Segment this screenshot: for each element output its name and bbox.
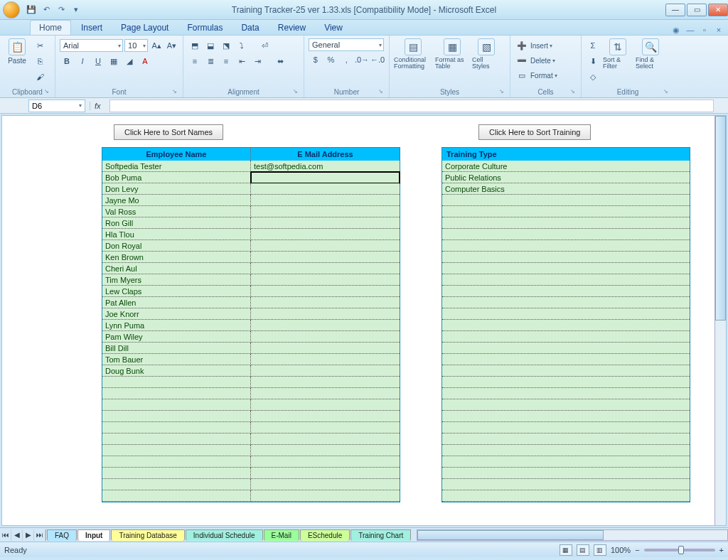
- email-cell[interactable]: [251, 445, 400, 456]
- vertical-scrollbar-thumb[interactable]: [715, 116, 726, 321]
- email-cell[interactable]: [251, 206, 400, 217]
- formula-input[interactable]: [109, 99, 714, 112]
- insert-cells-icon[interactable]: ➕: [515, 38, 529, 53]
- employee-name-cell[interactable]: Bill Dill: [102, 343, 251, 354]
- email-cell[interactable]: [251, 422, 400, 434]
- sheet-tab-email[interactable]: E-Mail: [264, 529, 299, 541]
- zoom-out-icon[interactable]: −: [635, 546, 639, 554]
- tab-view[interactable]: View: [316, 21, 351, 35]
- email-cell[interactable]: [251, 297, 400, 308]
- employee-name-cell[interactable]: Pam Wiley: [102, 331, 251, 343]
- email-cell[interactable]: [251, 456, 400, 468]
- format-cells-label[interactable]: Format: [530, 72, 553, 80]
- training-type-cell[interactable]: Computer Basics: [442, 183, 690, 195]
- email-cell[interactable]: [251, 172, 400, 183]
- training-type-cell[interactable]: [442, 331, 690, 343]
- zoom-level[interactable]: 100%: [611, 546, 631, 554]
- email-cell[interactable]: [251, 468, 400, 479]
- training-type-cell[interactable]: [442, 320, 690, 331]
- redo-icon[interactable]: ↷: [55, 4, 68, 16]
- grow-font-icon[interactable]: A▴: [149, 38, 163, 53]
- decrease-indent-icon[interactable]: ⇤: [235, 54, 249, 68]
- sheet-tab-individual-schedule[interactable]: Individual Schedule: [186, 529, 263, 541]
- number-format-combo[interactable]: General: [309, 38, 384, 51]
- email-cell[interactable]: [251, 274, 400, 286]
- email-cell[interactable]: [251, 331, 400, 343]
- format-cells-icon[interactable]: ▭: [515, 68, 529, 82]
- employee-name-cell[interactable]: [102, 479, 251, 490]
- sheet-tab-faq[interactable]: FAQ: [47, 529, 77, 541]
- copy-icon[interactable]: ⎘: [33, 54, 47, 68]
- employee-name-cell[interactable]: [102, 445, 251, 456]
- employee-name-cell[interactable]: Pat Allen: [102, 297, 251, 308]
- email-cell[interactable]: [251, 252, 400, 263]
- employee-name-cell[interactable]: Bob Puma: [102, 172, 251, 183]
- employee-name-cell[interactable]: Ken Brown: [102, 252, 251, 263]
- close-button[interactable]: ✕: [708, 4, 728, 16]
- email-cell[interactable]: [251, 286, 400, 297]
- fx-icon[interactable]: fx: [90, 102, 105, 110]
- page-layout-view-icon[interactable]: ▤: [577, 544, 589, 556]
- employee-name-cell[interactable]: Cheri Aul: [102, 263, 251, 274]
- align-center-icon[interactable]: ≣: [203, 54, 218, 68]
- email-cell[interactable]: [251, 217, 400, 229]
- employee-name-cell[interactable]: [102, 434, 251, 445]
- employee-name-cell[interactable]: Don Royal: [102, 240, 251, 252]
- training-type-cell[interactable]: [442, 206, 690, 217]
- vertical-scrollbar[interactable]: [714, 116, 726, 525]
- maximize-button[interactable]: ▭: [687, 4, 707, 16]
- training-type-cell[interactable]: [442, 388, 690, 399]
- help-icon[interactable]: ◉: [671, 25, 681, 35]
- ribbon-close-icon[interactable]: ×: [714, 25, 724, 35]
- underline-icon[interactable]: U: [91, 54, 105, 68]
- employee-name-cell[interactable]: [102, 456, 251, 468]
- email-cell[interactable]: [251, 479, 400, 490]
- tab-review[interactable]: Review: [269, 21, 314, 35]
- clear-icon[interactable]: ◇: [586, 70, 600, 84]
- employee-name-cell[interactable]: [102, 377, 251, 388]
- training-type-cell[interactable]: [442, 479, 690, 490]
- employee-name-cell[interactable]: [102, 388, 251, 399]
- training-type-cell[interactable]: [442, 308, 690, 320]
- tab-insert[interactable]: Insert: [73, 21, 111, 35]
- employee-name-cell[interactable]: Tim Myers: [102, 274, 251, 286]
- training-type-cell[interactable]: Public Relations: [442, 172, 690, 183]
- font-size-combo[interactable]: 10: [124, 39, 148, 52]
- sheet-tab-training-database[interactable]: Training Database: [111, 529, 184, 541]
- training-type-cell[interactable]: [442, 377, 690, 388]
- employee-name-cell[interactable]: Don Levy: [102, 183, 251, 195]
- fill-icon[interactable]: ⬇: [586, 54, 600, 68]
- format-painter-icon[interactable]: 🖌: [33, 70, 47, 84]
- find-select-button[interactable]: 🔍Find & Select: [636, 38, 665, 70]
- email-cell[interactable]: [251, 308, 400, 320]
- training-type-cell[interactable]: [442, 456, 690, 468]
- employee-name-cell[interactable]: [102, 422, 251, 434]
- sheet-tab-eschedule[interactable]: ESchedule: [300, 529, 350, 541]
- training-type-cell[interactable]: [442, 490, 690, 502]
- employee-name-cell[interactable]: [102, 468, 251, 479]
- training-type-cell[interactable]: [442, 434, 690, 445]
- training-type-cell[interactable]: [442, 263, 690, 274]
- cell-styles-button[interactable]: ▧Cell Styles: [472, 38, 500, 70]
- align-top-icon[interactable]: ⬒: [188, 38, 202, 53]
- save-icon[interactable]: 💾: [25, 4, 38, 16]
- worksheet-area[interactable]: Click Here to Sort Names Click Here to S…: [1, 115, 727, 526]
- font-name-combo[interactable]: Arial: [60, 39, 123, 52]
- ribbon-minimize-icon[interactable]: —: [685, 25, 695, 35]
- training-type-cell[interactable]: [442, 445, 690, 456]
- page-break-view-icon[interactable]: ▥: [594, 544, 606, 556]
- border-icon[interactable]: ▦: [107, 54, 121, 68]
- sort-filter-button[interactable]: ⇅Sort & Filter: [603, 38, 633, 70]
- sheet-nav-last-icon[interactable]: ⏭: [34, 529, 46, 541]
- email-cell[interactable]: [251, 195, 400, 206]
- insert-cells-label[interactable]: Insert: [530, 42, 548, 50]
- training-type-cell[interactable]: [442, 411, 690, 422]
- sheet-nav-prev-icon[interactable]: ◀: [11, 529, 23, 541]
- conditional-formatting-button[interactable]: ▤Conditional Formatting: [394, 38, 432, 70]
- training-type-cell[interactable]: [442, 468, 690, 479]
- percent-icon[interactable]: %: [324, 53, 338, 67]
- delete-cells-label[interactable]: Delete: [530, 57, 551, 65]
- email-cell[interactable]: [251, 354, 400, 365]
- training-type-cell[interactable]: [442, 354, 690, 365]
- normal-view-icon[interactable]: ▦: [560, 544, 572, 556]
